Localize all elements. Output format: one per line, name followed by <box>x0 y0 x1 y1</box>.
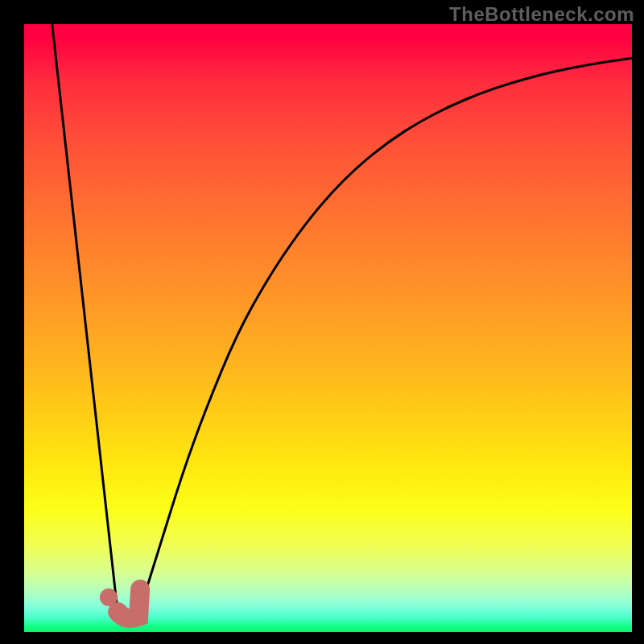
chart-frame: TheBottleneck.com <box>0 0 644 644</box>
curve-overlay <box>24 24 632 632</box>
watermark-text: TheBottleneck.com <box>449 3 634 26</box>
curve-left <box>52 24 118 608</box>
curve-right <box>139 58 632 610</box>
plot-area <box>24 24 632 632</box>
marker-hook <box>118 589 140 618</box>
